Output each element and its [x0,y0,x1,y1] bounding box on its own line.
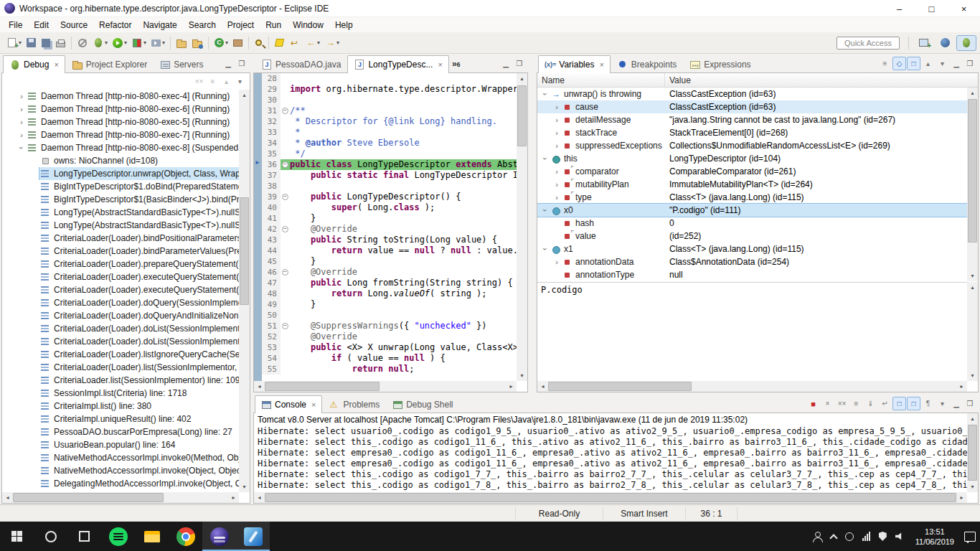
tab-problems[interactable]: Problems [322,395,386,413]
scroll-left-icon[interactable]: ◂ [254,492,265,503]
toolbar-back-button[interactable]: ▾ [303,34,322,52]
dropdown-arrow-icon[interactable]: ▾ [143,39,146,46]
menu-edit[interactable]: Edit [28,19,55,32]
tree-expanded-arrow-icon[interactable]: › [17,143,26,153]
toolbar-mark-occurrences-button[interactable] [272,34,287,52]
collapse-toggle-icon[interactable]: − [282,226,288,232]
menu-navigate[interactable]: Navigate [137,19,182,32]
scroll-left-icon[interactable]: ◂ [254,381,265,392]
tree-collapsed-arrow-icon[interactable]: › [552,103,562,111]
start-button[interactable] [0,522,34,551]
tab-project-explorer[interactable]: Project Explorer [65,55,154,73]
scroll-right-icon[interactable]: ▸ [956,492,967,503]
variable-row[interactable]: ›mutabilityPlanImmutableMutabilityPlan<T… [537,178,967,191]
toolbar-save-all-button[interactable] [39,34,53,52]
debug-tree-row[interactable]: ›Daemon Thread [http-nio-8080-exec-8] (S… [2,141,239,154]
toolbar-new-package-button[interactable] [230,34,245,52]
taskbar-chrome-button[interactable] [169,522,202,551]
debug-tree-row[interactable]: owns: NioChannel (id=108) [2,154,239,167]
dropdown-arrow-icon[interactable]: ▾ [19,39,22,46]
console-lines[interactable]: Hibernate: select usuario0_.codigo as co… [254,426,967,492]
tree-collapsed-arrow-icon[interactable]: › [552,258,562,266]
debug-tree-row[interactable]: SessionImpl.list(Criteria) line: 1718 [2,387,239,400]
dropdown-arrow-icon[interactable]: ▾ [162,39,165,46]
remove-all-terminated-icon[interactable]: ×× [835,397,849,410]
dropdown-arrow-icon[interactable]: ▾ [124,39,127,46]
debug-view-layout-icon[interactable]: ≡ [206,75,220,88]
tray-app-button[interactable] [841,522,858,551]
toolbar-external-tools-button[interactable]: ▾ [149,34,167,52]
debug-tree-row[interactable]: ›Daemon Thread [http-nio-8080-exec-6] (R… [2,103,239,116]
people-button[interactable] [808,522,826,551]
menu-file[interactable]: File [3,19,28,32]
clock[interactable]: 13:5111/06/2019 [910,522,960,551]
variable-row[interactable]: annotationTypenull [537,268,967,281]
tree-collapsed-arrow-icon[interactable]: › [552,193,562,202]
debug-tree-row[interactable]: CriteriaLoader(Loader).prepareQueryState… [2,258,239,270]
toolbar-new-servlet-button[interactable] [189,34,205,52]
scroll-up-icon[interactable]: ▴ [967,282,978,293]
collapse-toggle-icon[interactable]: − [282,161,288,168]
debug-horizontal-scrollbar[interactable]: ◂ ▸ [2,492,239,503]
toolbar-debug-button[interactable]: ▾ [90,34,110,52]
close-button[interactable]: × [948,0,980,17]
editor-line[interactable]: 35 */ [262,149,517,159]
tree-expanded-arrow-icon[interactable]: › [541,89,550,99]
tray-overflow-button[interactable] [826,522,841,551]
toolbar-print-button[interactable] [53,34,68,52]
editor-horizontal-scrollbar[interactable]: ◂ ▸ [254,381,517,392]
variable-row[interactable]: ›stackTraceStackTraceElement[0] (id=268) [537,126,967,139]
tab-debug-shell[interactable]: Debug Shell [386,395,459,413]
variable-row[interactable]: ›thisLongTypeDescriptor (id=104) [537,152,967,165]
editor-line[interactable]: 30 [262,95,517,105]
scroll-left-icon[interactable]: ◂ [537,381,548,392]
editor-line[interactable]: 43 public String toString(Long value) { [262,235,517,245]
toolbar-search-button[interactable] [252,34,265,52]
scroll-lock-icon[interactable]: ⇓ [864,397,877,410]
menu-source[interactable]: Source [55,19,93,32]
variable-row[interactable]: value(id=252) [537,230,967,242]
tree-expanded-arrow-icon[interactable]: › [541,205,550,215]
scroll-down-icon[interactable]: ▾ [967,370,978,381]
debug-tree-row[interactable]: BigIntTypeDescriptor$1(BasicBinder<J>).b… [2,193,239,206]
editor-line[interactable]: 38 [262,181,517,192]
editor-line[interactable]: 44 return value == null ? null : value.t… [262,245,517,256]
close-icon[interactable]: × [438,60,442,69]
scrollbar-thumb[interactable] [968,99,977,242]
action-center-button[interactable] [960,522,980,551]
scroll-up-icon[interactable]: ▴ [967,413,978,424]
dropdown-arrow-icon[interactable]: ▾ [317,39,320,46]
open-console-icon[interactable]: ▾ [936,397,949,410]
remove-all-terminated-icon[interactable]: ×× [192,75,206,88]
dropdown-arrow-icon[interactable]: ▾ [105,39,108,46]
tab-expressions[interactable]: Expressions [683,55,757,73]
volume-button[interactable] [891,522,910,551]
variable-row[interactable]: ›x0"P.codigo" (id=111) [537,204,967,217]
show-on-stderr-icon[interactable]: □ [907,397,920,410]
collapse-all-icon[interactable]: ▴ [220,75,233,88]
tree-collapsed-arrow-icon[interactable]: › [552,167,562,176]
maximize-view-icon[interactable]: ❒ [963,57,976,70]
debug-tree-row[interactable]: UsuarioBean.popular() line: 164 [2,438,239,451]
editor-line[interactable]: 28 [262,73,517,84]
view-menu-icon[interactable]: ▾ [233,75,247,88]
taskbar-spotify-button[interactable] [101,522,135,551]
menu-refactor[interactable]: Refactor [93,19,137,32]
menu-help[interactable]: Help [329,19,359,32]
editor-line[interactable]: 32 * Descriptor for {@link Long} handlin… [262,116,517,127]
debug-tree-row[interactable]: LongType(AbstractStandardBasicType<T>).n… [2,206,239,219]
debug-tree-row[interactable]: CriteriaImpl.list() line: 380 [2,400,239,413]
editor-line[interactable]: 39− public LongTypeDescriptor() { [262,192,517,202]
remove-launch-icon[interactable]: × [821,397,834,410]
annotation-ruler[interactable]: ► [254,73,262,381]
name-column-header[interactable]: Name [537,73,665,88]
scrollbar-thumb[interactable] [968,425,977,481]
scrollbar-thumb[interactable] [265,382,380,391]
tab-pessoadao-java[interactable]: PessoaDAO.java [255,55,347,73]
detail-vertical-scrollbar[interactable]: ▴ ▾ [967,282,978,381]
variable-row[interactable]: ›detailMessage"java.lang.String cannot b… [537,113,967,126]
debug-tree-row[interactable]: CriteriaLoader(Loader).doQuery(SessionIm… [2,296,239,309]
variable-row[interactable]: ›suppressedExceptionsCollections$Unmodif… [537,139,967,152]
minimize-view-icon[interactable]: ▁ [222,57,235,70]
debug-vertical-scrollbar[interactable]: ▴ ▾ [239,90,250,492]
